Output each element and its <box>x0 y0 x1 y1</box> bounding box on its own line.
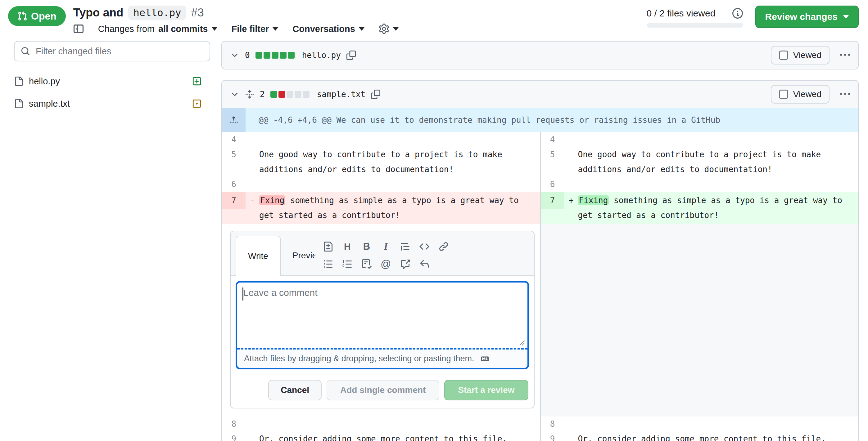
viewed-label: Viewed <box>793 50 822 60</box>
changes-from-label: Changes from <box>98 24 155 34</box>
viewed-button[interactable]: Viewed <box>771 85 830 104</box>
unordered-list-icon[interactable] <box>320 256 337 272</box>
copy-icon[interactable] <box>346 50 356 60</box>
deletion-sign: - <box>246 193 259 208</box>
resize-handle[interactable] <box>518 339 525 346</box>
file-name-link[interactable]: sample.txt <box>317 90 366 99</box>
diff-added-icon <box>192 77 202 86</box>
italic-icon[interactable]: I <box>377 238 394 255</box>
chevron-down-icon[interactable] <box>230 90 239 99</box>
code-line: One good way to contribute to a project … <box>578 147 858 177</box>
line-number[interactable]: 9 <box>541 431 564 441</box>
sidebar-item-hello-py[interactable]: hello.py <box>14 70 210 93</box>
code-line <box>259 132 540 147</box>
diff-row-changed: 7 - Fxing something as simple as a typo … <box>222 192 858 224</box>
tab-write[interactable]: Write <box>236 236 281 276</box>
line-number[interactable]: 5 <box>222 147 246 162</box>
mention-icon[interactable]: @ <box>377 256 394 272</box>
comment-row-spacer <box>540 224 858 416</box>
code-icon[interactable] <box>416 238 433 255</box>
suggestion-icon[interactable] <box>320 238 337 255</box>
line-number[interactable]: 8 <box>222 416 246 431</box>
diff-modified-icon <box>192 99 202 108</box>
code-line: Or, consider adding some more content to… <box>578 431 858 441</box>
chevron-down-icon[interactable] <box>230 50 239 60</box>
changes-from-dropdown[interactable]: Changes from all commits <box>98 24 217 34</box>
diffstat-count: 2 <box>260 90 265 99</box>
code-line <box>259 416 540 431</box>
cancel-button[interactable]: Cancel <box>268 380 321 400</box>
file-filter-dropdown[interactable]: File filter <box>231 24 278 34</box>
code-line-added: Fixing something as simple as a typo is … <box>578 193 858 223</box>
ordered-list-icon[interactable] <box>339 256 356 272</box>
bold-icon[interactable]: B <box>358 238 375 255</box>
heading-icon[interactable]: H <box>339 238 356 255</box>
changes-from-value: all commits <box>158 24 208 34</box>
caret-down-icon <box>212 27 217 31</box>
viewed-checkbox[interactable] <box>779 90 788 99</box>
comment-editor: Attach files by dragging & dropping, sel… <box>236 281 529 369</box>
file-name-link[interactable]: hello.py <box>302 50 341 60</box>
file-header-sample-txt: 2 sample.txt Viewed <box>222 81 858 108</box>
tab-preview[interactable]: Preview <box>281 236 315 275</box>
comment-form-header: Write Preview H B I <box>231 231 534 276</box>
diff-row: 8 8 <box>222 416 858 431</box>
kebab-menu-icon[interactable] <box>840 89 850 99</box>
kebab-menu-icon[interactable] <box>840 50 850 60</box>
comment-textarea[interactable] <box>237 282 527 348</box>
sidebar-toggle-button[interactable] <box>73 24 84 34</box>
line-number[interactable]: 6 <box>222 177 246 192</box>
caret-down-icon <box>843 15 849 19</box>
line-number[interactable]: 7 <box>541 192 564 209</box>
line-number[interactable]: 6 <box>541 177 564 192</box>
cross-reference-icon[interactable] <box>397 256 413 272</box>
gear-icon <box>379 24 389 34</box>
fold-up-icon <box>229 115 239 125</box>
pr-title-code: hello.py <box>128 6 186 20</box>
info-icon[interactable] <box>732 8 743 19</box>
hunk-header-text: @@ -4,6 +4,6 @@ We can use it to demonst… <box>246 108 858 132</box>
start-review-button[interactable]: Start a review <box>444 380 528 400</box>
filter-changed-files-input[interactable] <box>36 46 203 57</box>
line-number[interactable]: 8 <box>541 416 564 431</box>
caret-down-icon <box>359 27 365 31</box>
inline-comment-form: Write Preview H B I <box>230 231 535 408</box>
pr-title: Typo and hello.py #3 <box>73 6 399 20</box>
file-filter-searchbox[interactable] <box>14 41 210 61</box>
hunk-header-row: @@ -4,6 +4,6 @@ We can use it to demonst… <box>222 108 858 132</box>
quote-icon[interactable] <box>397 238 413 255</box>
task-list-icon[interactable] <box>358 256 375 272</box>
pr-title-text: Typo and <box>73 6 124 19</box>
diff-toolbar: Changes from all commits File filter Con… <box>73 24 399 34</box>
line-number[interactable]: 7 <box>222 192 246 209</box>
attach-files-button[interactable]: Attach files by dragging & dropping, sel… <box>237 348 527 368</box>
add-single-comment-button[interactable]: Add single comment <box>327 380 439 400</box>
addition-sign: + <box>564 193 578 208</box>
diff-row: 5 One good way to contribute to a projec… <box>222 147 858 177</box>
sidebar-item-sample-txt[interactable]: sample.txt <box>14 93 210 115</box>
code-line <box>578 177 858 192</box>
diff-view: 0 hello.py Viewed <box>221 37 868 441</box>
markdown-toolbar: H B I <box>320 236 452 275</box>
copy-icon[interactable] <box>371 90 380 99</box>
diff-settings-dropdown[interactable] <box>379 24 399 34</box>
link-icon[interactable] <box>435 238 452 255</box>
line-number[interactable]: 4 <box>222 132 246 147</box>
expand-hunk-button[interactable] <box>222 108 246 132</box>
viewed-button[interactable]: Viewed <box>771 46 830 65</box>
review-changes-button[interactable]: Review changes <box>755 6 859 28</box>
caret-down-icon <box>273 27 278 31</box>
reply-icon[interactable] <box>416 256 433 272</box>
conversations-dropdown[interactable]: Conversations <box>292 24 364 34</box>
review-changes-label: Review changes <box>765 11 838 22</box>
line-number[interactable]: 5 <box>541 147 564 162</box>
line-number[interactable]: 4 <box>541 132 564 147</box>
unfold-icon[interactable] <box>245 90 254 99</box>
markdown-icon[interactable] <box>479 355 490 363</box>
sidebar-file-name: sample.txt <box>29 99 70 109</box>
line-number[interactable]: 9 <box>222 431 246 441</box>
viewed-checkbox[interactable] <box>779 50 788 60</box>
code-line: One good way to contribute to a project … <box>259 147 540 177</box>
file-icon <box>14 77 23 86</box>
inline-comment-row: Write Preview H B I <box>222 224 858 416</box>
